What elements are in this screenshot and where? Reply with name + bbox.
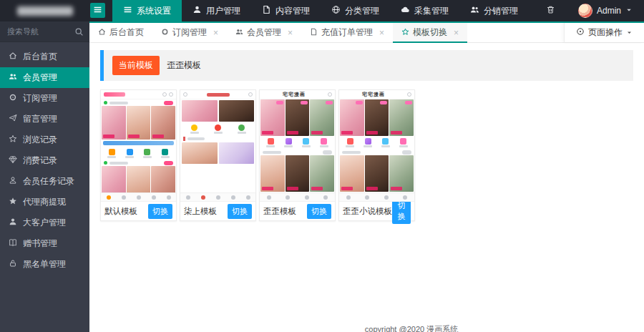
switch-template-button[interactable]: 切换	[307, 204, 331, 219]
sidebar-item-members[interactable]: 会员管理	[0, 67, 89, 88]
paper-plane-icon	[9, 114, 17, 125]
sidebar-item-messages[interactable]: 留言管理	[0, 109, 89, 130]
page-body: 当前模板 歪歪模板	[89, 43, 644, 221]
template-cards: 默认模板 切换	[100, 89, 633, 221]
trash-icon	[546, 4, 555, 17]
app-logo	[0, 0, 89, 21]
top-nav-item-content-mgmt[interactable]: 内容管理	[251, 0, 321, 21]
topbar-right: Admin	[539, 0, 644, 21]
file-icon	[262, 5, 271, 16]
tab-recharge-orders[interactable]: 充值订单管理 ×	[301, 23, 393, 42]
tab-template-switch[interactable]: 模板切换 ×	[393, 23, 467, 42]
template-card-waiwai: 宅宅漫画 歪歪模板 切换	[259, 89, 336, 221]
topbar: 系统设置 用户管理 内容管理 分类管理 采集管理 分销管理 Admin	[0, 0, 644, 21]
star-icon	[401, 28, 409, 38]
menu-icon	[123, 5, 132, 16]
diamond-icon	[9, 155, 17, 166]
circle-icon	[9, 93, 17, 104]
chevron-down-icon	[626, 28, 633, 38]
sidebar-item-subscriptions[interactable]: 订阅管理	[0, 88, 89, 109]
page-actions-dropdown[interactable]: 页面操作	[564, 23, 644, 42]
close-icon[interactable]: ×	[379, 28, 384, 38]
top-nav: 系统设置 用户管理 内容管理 分类管理 采集管理 分销管理	[112, 0, 529, 21]
username: Admin	[597, 6, 621, 16]
sidebar-item-label: 会员管理	[23, 72, 57, 84]
home-icon	[98, 28, 106, 38]
sidebar-item-key-accounts[interactable]: 大客户管理	[0, 213, 89, 233]
close-icon[interactable]: ×	[288, 28, 293, 38]
template-name: 歪歪模板	[263, 206, 296, 217]
sidebar-item-browse-history[interactable]: 浏览记录	[0, 130, 89, 150]
template-name: 默认模板	[104, 206, 137, 217]
top-nav-item-distribution-mgmt[interactable]: 分销管理	[459, 0, 529, 21]
tab-label: 充值订单管理	[321, 26, 373, 39]
tab-label: 订阅管理	[172, 26, 207, 39]
sidebar-item-blacklist[interactable]: 黑名单管理	[0, 254, 89, 275]
preview-title: 宅宅漫画	[342, 91, 405, 98]
switch-template-button[interactable]: 切换	[228, 204, 252, 219]
sidebar-item-label: 会员任务记录	[23, 175, 74, 187]
sidebar-item-member-tasks[interactable]: 会员任务记录	[0, 171, 89, 192]
tab-home[interactable]: 后台首页	[89, 23, 152, 42]
top-nav-item-collect-mgmt[interactable]: 采集管理	[390, 0, 459, 21]
tab-label: 会员管理	[247, 26, 281, 39]
sidebar-search	[0, 21, 89, 42]
star-outline-icon	[9, 135, 17, 145]
target-icon	[576, 27, 585, 38]
close-icon[interactable]: ×	[213, 28, 218, 38]
file-icon	[310, 28, 318, 38]
tab-subscriptions[interactable]: 订阅管理 ×	[152, 23, 227, 42]
users-icon	[9, 72, 17, 83]
current-template-value: 歪歪模板	[167, 59, 201, 72]
tab-label: 模板切换	[413, 26, 447, 39]
user-icon	[192, 5, 202, 16]
switch-template-button[interactable]: 切换	[148, 204, 172, 219]
user-menu[interactable]: Admin	[574, 4, 637, 18]
sidebar-toggle-button[interactable]	[90, 3, 105, 18]
sidebar-item-agent-withdraw[interactable]: 代理商提现	[0, 192, 89, 213]
star-icon	[9, 197, 17, 208]
sidebar-item-label: 黑名单管理	[23, 258, 66, 270]
sidebar-item-label: 留言管理	[23, 113, 57, 125]
sidebar-item-label: 赠书管理	[23, 238, 57, 250]
home-icon	[9, 52, 17, 62]
lock-icon	[9, 259, 17, 270]
template-preview: 宅宅漫画	[339, 90, 414, 202]
top-nav-label: 内容管理	[275, 5, 310, 17]
preview-title: 宅宅漫画	[263, 91, 326, 98]
tab-label: 后台首页	[109, 26, 144, 39]
current-template-button[interactable]: 当前模板	[112, 56, 160, 75]
switch-template-button[interactable]: 切换	[392, 198, 411, 224]
cloud-icon	[401, 5, 410, 16]
sidebar-item-gift-books[interactable]: 赠书管理	[0, 233, 89, 254]
user-icon	[9, 218, 17, 228]
top-nav-label: 用户管理	[206, 5, 240, 17]
sidebar-item-home[interactable]: 后台首页	[0, 47, 89, 67]
top-nav-item-user-mgmt[interactable]: 用户管理	[182, 0, 251, 21]
top-nav-label: 分类管理	[345, 5, 379, 17]
circle-icon	[161, 28, 169, 38]
clear-cache-button[interactable]	[539, 4, 574, 17]
template-preview	[180, 90, 255, 202]
sidebar-item-label: 浏览记录	[23, 134, 57, 146]
template-card-qishang: 柒上模板 切换	[180, 89, 256, 221]
top-nav-label: 采集管理	[414, 5, 449, 17]
chevron-down-icon	[625, 6, 633, 16]
template-card-default: 默认模板 切换	[100, 89, 177, 221]
top-nav-item-category-mgmt[interactable]: 分类管理	[321, 0, 390, 21]
top-nav-item-system-settings[interactable]: 系统设置	[112, 0, 182, 21]
sidebar-menu: 后台首页 会员管理 订阅管理 留言管理 浏览记录 消费记录 会员任务记录 代理	[0, 42, 89, 275]
user-outline-icon	[9, 176, 17, 187]
template-card-waiwai-novel: 宅宅漫画 歪歪小说模板 切换	[338, 89, 415, 221]
template-preview	[101, 90, 176, 202]
tab-bar: 后台首页 订阅管理 × 会员管理 × 充值订单管理 × 模板切换 × 页面操作	[89, 23, 644, 43]
sidebar-item-consumption[interactable]: 消费记录	[0, 150, 89, 171]
close-icon[interactable]: ×	[454, 28, 459, 38]
users-icon	[470, 5, 479, 16]
sidebar-item-label: 代理商提现	[23, 196, 66, 208]
current-template-panel: 当前模板 歪歪模板	[100, 50, 633, 81]
template-preview: 宅宅漫画	[260, 90, 335, 202]
tab-members[interactable]: 会员管理 ×	[227, 23, 301, 42]
template-name: 歪歪小说模板	[343, 206, 392, 217]
sidebar-item-label: 后台首页	[23, 51, 57, 63]
